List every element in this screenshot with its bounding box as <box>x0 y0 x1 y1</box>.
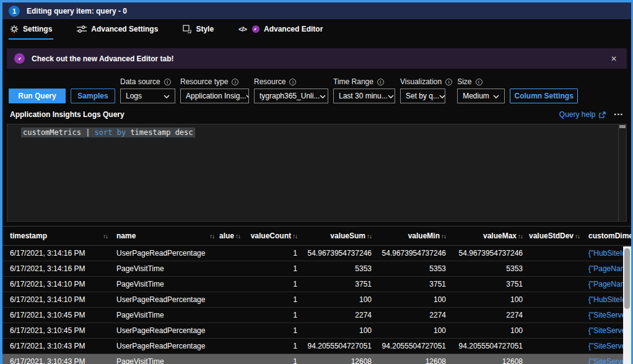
dropdown-label-text: Size <box>457 77 471 86</box>
column-label: name <box>116 232 136 240</box>
data-source-dropdown[interactable]: Logs <box>120 89 175 103</box>
info-icon[interactable]: i <box>232 79 238 85</box>
cell-name: PageVisitTime <box>113 357 219 364</box>
cell-valuecount: 1 <box>244 249 301 258</box>
tab-style[interactable]: Style <box>181 19 215 40</box>
cell-valuesum: 3751 <box>301 280 375 288</box>
more-menu-button[interactable]: ••• <box>614 111 624 118</box>
column-header-name[interactable]: name↑↓ <box>113 232 219 240</box>
table-scrollbar-thumb[interactable] <box>624 248 630 309</box>
cell-valuecount: 1 <box>244 311 301 319</box>
tab-advanced-editor[interactable]: </> Advanced Editor <box>237 19 324 40</box>
cell-timestamp: 6/17/2021, 3:14:16 PM <box>2 264 113 273</box>
cell-valuemax: 12608 <box>450 357 526 364</box>
sort-icon: ↑↓ <box>441 233 446 240</box>
close-icon[interactable]: ✕ <box>608 53 619 64</box>
info-icon[interactable]: i <box>445 79 452 85</box>
tab-label: Advanced Editor <box>264 25 323 33</box>
tab-label: Settings <box>23 25 52 33</box>
dropdown-value: Application Insig... <box>186 92 246 100</box>
table-header-row: timestamp↑↓name↑↓value↑↓valueCount↑↓valu… <box>2 227 631 246</box>
table-row[interactable]: 6/17/2021, 3:10:45 PMUserPageReadPercent… <box>2 323 631 339</box>
query-section-header: Application Insights Logs Query Query he… <box>2 103 631 124</box>
kql-query-editor[interactable]: customMetrics | sort by timestamp desc <box>7 124 627 222</box>
chevron-down-icon <box>439 92 445 100</box>
cell-valuesum: 100 <box>301 326 375 335</box>
dropdown-label: Time Rangei <box>333 77 395 86</box>
size-group: SizeiMedium <box>457 77 505 103</box>
column-label: timestamp <box>10 232 47 240</box>
dropdown-value: Set by q... <box>406 92 439 100</box>
info-icon[interactable]: i <box>377 79 384 85</box>
cell-valuemin: 100 <box>375 326 450 335</box>
cell-name: UserPageReadPercentage <box>113 249 219 258</box>
dropdown-label: Visualizationi <box>400 77 452 86</box>
column-header-valuestddev[interactable]: valueStdDev↑↓ <box>526 232 583 240</box>
table-row[interactable]: 6/17/2021, 3:10:43 PMUserPageReadPercent… <box>2 339 631 354</box>
data-source-group: Data sourceiLogs <box>120 77 175 103</box>
table-scrollbar[interactable] <box>623 246 631 364</box>
new-feature-badge-icon <box>252 25 260 33</box>
table-row[interactable]: 6/17/2021, 3:10:45 PMPageVisitTime122742… <box>2 308 631 323</box>
samples-button[interactable]: Samples <box>71 89 115 103</box>
cell-valuemax: 5353 <box>450 264 526 273</box>
cell-valuecount: 1 <box>244 357 301 364</box>
column-header-timestamp[interactable]: timestamp↑↓ <box>2 232 113 240</box>
tab-advanced-settings[interactable]: Advanced Settings <box>76 19 159 40</box>
info-icon[interactable]: i <box>289 79 296 85</box>
query-toolbar: Run Query Samples Data sourceiLogsResour… <box>2 69 631 103</box>
table-row[interactable]: 6/17/2021, 3:14:16 PMPageVisitTime153535… <box>2 261 631 277</box>
cell-valuemin: 54.9673954737246 <box>375 249 450 258</box>
table-row[interactable]: 6/17/2021, 3:10:43 PMPageVisitTime112608… <box>2 354 631 364</box>
column-header-valuemax[interactable]: valueMax↑↓ <box>450 232 526 240</box>
cell-valuemax: 54.9673954737246 <box>450 249 526 258</box>
size-dropdown[interactable]: Medium <box>457 89 505 103</box>
page-title: Editing query item: query - 0 <box>27 7 127 15</box>
dropdown-value: Last 30 minu... <box>339 92 388 100</box>
tab-label: Style <box>196 25 214 33</box>
sort-icon: ↑↓ <box>518 233 523 240</box>
cell-valuesum: 2274 <box>301 311 375 319</box>
visualization-group: VisualizationiSet by q... <box>400 77 452 103</box>
resource-dropdown[interactable]: tygraph365_Unli... <box>254 89 328 103</box>
cell-timestamp: 6/17/2021, 3:10:43 PM <box>2 342 113 350</box>
cell-valuemin: 2274 <box>375 311 450 319</box>
resource-type-dropdown[interactable]: Application Insig... <box>180 89 249 103</box>
chevron-down-icon <box>493 92 499 100</box>
column-settings-button[interactable]: Column Settings <box>510 89 578 103</box>
dropdown-label-text: Resource <box>254 77 286 86</box>
gear-icon <box>10 25 19 33</box>
column-header-valuemin[interactable]: valueMin↑↓ <box>375 232 450 240</box>
cell-timestamp: 6/17/2021, 3:10:45 PM <box>2 311 113 319</box>
table-row[interactable]: 6/17/2021, 3:14:10 PMUserPageReadPercent… <box>2 292 631 308</box>
time-range-dropdown[interactable]: Last 30 minu... <box>333 89 395 103</box>
column-label: valueSum <box>330 232 365 240</box>
query-help-link[interactable]: Query help <box>559 110 606 119</box>
column-label: value <box>219 232 234 240</box>
editor-scrollbar[interactable] <box>618 124 626 221</box>
table-row[interactable]: 6/17/2021, 3:14:16 PMUserPageReadPercent… <box>2 246 631 261</box>
dropdown-label: Resource typei <box>180 77 249 86</box>
dropdown-value: Medium <box>463 92 489 100</box>
dropdown-label: Resourcei <box>254 77 328 86</box>
column-header-valuesum[interactable]: valueSum↑↓ <box>301 232 375 240</box>
tab-settings[interactable]: Settings <box>9 19 53 40</box>
resource-group: Resourceitygraph365_Unli... <box>254 77 328 103</box>
sort-icon: ↑↓ <box>209 233 214 240</box>
column-header-customdimensions[interactable]: customDimensions <box>583 232 631 240</box>
table-row[interactable]: 6/17/2021, 3:14:10 PMPageVisitTime137513… <box>2 277 631 292</box>
info-icon[interactable]: i <box>476 79 482 85</box>
column-header-valuecount[interactable]: valueCount↑↓ <box>244 232 301 240</box>
tab-bar: Settings Advanced Settings Style </> Adv… <box>2 19 631 40</box>
info-icon[interactable]: i <box>164 79 171 85</box>
cell-timestamp: 6/17/2021, 3:14:16 PM <box>2 249 113 258</box>
editor-scrollbar-thumb[interactable] <box>619 125 626 128</box>
cell-timestamp: 6/17/2021, 3:14:10 PM <box>2 295 113 304</box>
banner-message: Check out the new Advanced Editor tab! <box>32 54 601 63</box>
column-header-value[interactable]: value↑↓ <box>219 232 244 240</box>
visualization-dropdown[interactable]: Set by q... <box>400 89 445 103</box>
cell-timestamp: 6/17/2021, 3:10:43 PM <box>2 357 113 364</box>
cell-valuemin: 5353 <box>375 264 450 273</box>
run-query-button[interactable]: Run Query <box>9 89 66 103</box>
resource-type-group: Resource typeiApplication Insig... <box>180 77 249 103</box>
